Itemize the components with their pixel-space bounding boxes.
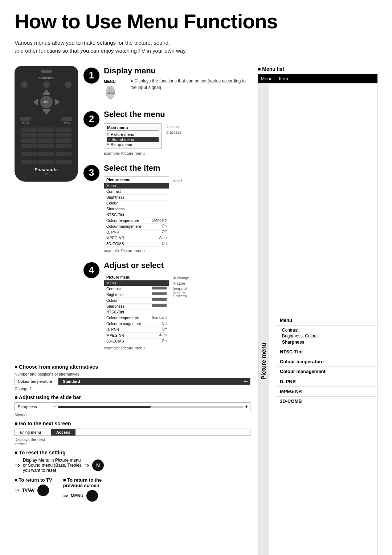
sh-bar-track	[58, 406, 244, 408]
page-title: How to Use Menu Functions	[15, 11, 377, 32]
picture-menu-item-menu: Menu	[276, 316, 377, 325]
nav-ok-btn[interactable]: OK	[40, 96, 53, 108]
tvav-btn-label: TV/AV	[62, 122, 72, 124]
return-prev-arrow: ⇒	[63, 492, 68, 499]
step-4-number: 4	[83, 262, 99, 278]
svg-text:MENU: MENU	[107, 92, 114, 94]
step-2-example: example: Picture menu	[104, 151, 162, 155]
picture-menu-item-mpegnr: MPEG NR	[276, 387, 377, 397]
picture-menu-category: Picture menu	[258, 84, 269, 555]
step-1: 1 Display menu MENU	[83, 66, 250, 102]
step-1-desc: ● Displays the functions that can be set…	[130, 78, 250, 91]
key-2[interactable]	[38, 127, 54, 132]
remote-control: SURROUND	[15, 66, 80, 358]
picture-menu-items: Menu Contrast,Brightness, Colour,Sharpne…	[276, 83, 377, 555]
step-4: 4 Adjust or select Picture menu MenuDyna…	[83, 261, 250, 350]
store-label: ② store	[173, 281, 189, 285]
alternatives-sub: Number and positions of alternatives	[15, 372, 250, 376]
next-screen-section: Go to the next screen Tuning menu Access…	[15, 421, 250, 446]
step-2-number: 2	[83, 111, 99, 127]
n-circle: N	[92, 459, 104, 471]
picture-menu-section: Picture menu Menu Contrast,Brightness, C…	[258, 83, 377, 555]
menu-btn-label: MENU	[20, 122, 30, 124]
step-3-example: example: Picture menu	[104, 248, 169, 253]
td-label: Tuning menu	[15, 429, 51, 436]
picture-menu-item-colour-mgmt: Colour management	[276, 367, 377, 377]
return-tv-section: To return to TV ⇒ TV/AV	[15, 477, 52, 502]
reset-arrow2-icon: ⇒	[84, 461, 89, 469]
reset-section: To reset the setting ⇒ Display Menu in P…	[15, 450, 250, 473]
step-2-nav: ① select ② access	[166, 125, 181, 134]
tuning-demo: Tuning menu Access	[15, 429, 250, 436]
next-screen-header: Go to the next screen	[15, 421, 250, 426]
step-3: 3 Select the item Picture menu MenuDynam…	[83, 163, 250, 253]
key-6[interactable]	[56, 133, 72, 137]
reset-header: To reset the setting	[15, 450, 250, 455]
return-prev-key: MENU	[71, 493, 83, 498]
nav-up-btn[interactable]	[42, 89, 51, 95]
return-prev-header: To return to the previous screen	[63, 477, 102, 488]
picture-menu-item-dpnr: D. PNR	[276, 377, 377, 387]
menu-item-sound: ♪ Sound menu	[107, 137, 159, 142]
key-hash[interactable]	[56, 144, 72, 148]
brand-label: Panasonic	[17, 167, 75, 172]
key-3[interactable]	[56, 127, 72, 132]
remote-body: SURROUND	[15, 66, 78, 182]
alternatives-header: Choose from among alternatives	[15, 364, 250, 370]
nav-down-btn[interactable]	[42, 109, 51, 115]
alternatives-section: Choose from among alternatives Number an…	[15, 364, 250, 391]
key-8[interactable]	[38, 138, 54, 143]
picture-menu-item-colour-temp: Colour temperature	[276, 357, 377, 367]
nav-right-btn[interactable]	[55, 98, 60, 106]
sh-bar: − +	[51, 403, 250, 411]
step-2-menu-box: Main menu □ Picture menu ♪ Sound menu	[104, 123, 162, 149]
sharpness-demo: Sharpness − +	[15, 402, 250, 411]
key-5[interactable]	[38, 133, 54, 137]
menu-item-picture: □ Picture menu	[107, 132, 159, 137]
select-label: ① select	[166, 125, 181, 129]
slidebar-section: Adjust using the slide bar Sharpness − +…	[15, 394, 250, 417]
col-item: Item	[276, 74, 377, 84]
return-tv-key: TV/AV	[22, 488, 34, 493]
return-sections: To return to TV ⇒ TV/AV To return to the…	[15, 477, 250, 502]
picture-menu-item-ntsc: NTSC-Tint	[276, 347, 377, 357]
step-2: 2 Select the menu Main menu □ Picture me	[83, 110, 250, 155]
menu-list-header: Menu list	[258, 66, 377, 72]
ok-label: OK	[44, 100, 49, 104]
ct-value: Standard	[58, 378, 241, 385]
ct-label: Colour temperature	[15, 378, 58, 385]
key-0[interactable]	[38, 144, 54, 148]
surround-label: SURROUND	[39, 77, 53, 80]
picture-menu-item-3dcomb: 3D-COMB	[276, 397, 377, 406]
hand-icon: MENU	[104, 84, 117, 100]
main-menu-label: Main menu	[107, 125, 159, 131]
slidebar-header: Adjust using the slide bar	[15, 394, 250, 400]
tv-label: TV	[17, 173, 75, 175]
key-9[interactable]	[56, 138, 72, 143]
moved-label: Moved	[15, 413, 250, 417]
key-7[interactable]	[21, 138, 37, 143]
reset-arrow-icon: ⇒	[15, 461, 20, 469]
changed-label: Changed	[15, 386, 250, 391]
sh-minus: −	[53, 404, 56, 410]
intro-text: Various menus allow you to make settings…	[15, 39, 377, 55]
step-2-title: Select the menu	[104, 110, 250, 119]
return-prev-circle	[86, 490, 98, 502]
picture-menu-item-contrast: Contrast,Brightness, Colour,Sharpness	[276, 326, 377, 347]
return-tv-arrow: ⇒	[15, 487, 19, 494]
col-menu: Menu	[258, 74, 276, 84]
key-1[interactable]	[21, 127, 37, 132]
return-tv-header: To return to TV	[15, 477, 52, 483]
key-star[interactable]	[21, 144, 37, 148]
step-4-labels: ① change ② store (Required by some funct…	[173, 276, 189, 298]
menu-btn[interactable]	[20, 117, 30, 121]
change-label: ① change	[173, 276, 189, 280]
key-4[interactable]	[21, 133, 37, 137]
ct-dots: ▪▪▪	[241, 378, 250, 385]
required-note: (Required by some functions)	[173, 287, 189, 298]
nav-left-btn[interactable]	[33, 98, 38, 106]
sh-bar-fill	[58, 406, 151, 408]
tvav-btn[interactable]	[62, 117, 72, 121]
menu-key-label: MENU	[104, 79, 115, 84]
step-3-title: Select the item	[104, 163, 250, 173]
